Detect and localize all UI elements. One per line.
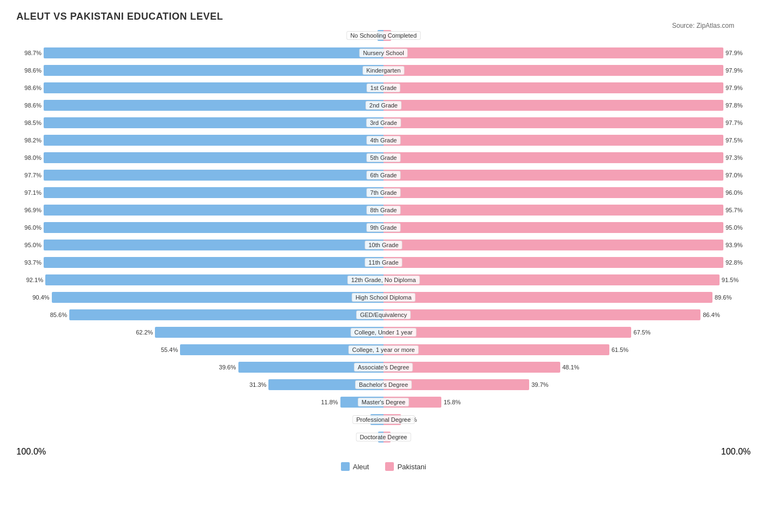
chart-row: 98.2%97.5%4th Grade bbox=[16, 133, 751, 148]
legend: Aleut Pakistani bbox=[16, 462, 751, 471]
legend-pakistani-box bbox=[385, 462, 394, 471]
legend-pakistani-label: Pakistani bbox=[397, 463, 426, 471]
blue-bar bbox=[44, 82, 384, 93]
chart-row: 92.1%91.5%12th Grade, No Diploma bbox=[16, 272, 751, 288]
chart-row: 98.0%97.3%5th Grade bbox=[16, 150, 751, 165]
pink-bar bbox=[384, 205, 723, 216]
pink-bar bbox=[384, 170, 723, 181]
pink-bar bbox=[384, 65, 723, 76]
left-value-label: 95.0% bbox=[22, 242, 41, 248]
right-value-label: 48.1% bbox=[562, 364, 582, 370]
blue-bar bbox=[44, 187, 384, 198]
pink-bar bbox=[384, 117, 723, 128]
chart-row: 55.4%61.5%College, 1 year or more bbox=[16, 342, 751, 357]
blue-bar bbox=[268, 379, 384, 390]
right-value-label: 61.5% bbox=[612, 346, 631, 353]
chart-row: 98.5%97.7%3rd Grade bbox=[16, 115, 751, 130]
chart-row: 98.6%97.9%Kindergarten bbox=[16, 63, 751, 78]
blue-bar bbox=[155, 327, 384, 338]
pink-bar bbox=[384, 414, 401, 425]
chart-row: 98.6%97.9%1st Grade bbox=[16, 80, 751, 95]
left-value-label: 11.8% bbox=[319, 399, 338, 405]
left-value-label: 62.2% bbox=[133, 329, 153, 336]
blue-bar bbox=[44, 222, 384, 233]
right-value-label: 89.6% bbox=[715, 294, 734, 301]
chart-row: 96.9%95.7%8th Grade bbox=[16, 202, 751, 218]
right-value-label: 97.5% bbox=[726, 137, 745, 144]
left-value-label: 98.5% bbox=[22, 119, 41, 126]
pink-bar bbox=[384, 100, 723, 111]
left-value-label: 96.9% bbox=[22, 207, 41, 213]
right-value-label: 2.1% bbox=[393, 32, 413, 39]
chart-row: 98.7%97.9%Nursery School bbox=[16, 45, 751, 61]
blue-bar bbox=[44, 240, 384, 250]
bottom-label-left: 100.0% bbox=[16, 447, 46, 457]
bottom-label-right: 100.0% bbox=[721, 447, 751, 457]
blue-bar bbox=[44, 117, 384, 128]
chart-row: 11.8%15.8%Master's Degree bbox=[16, 394, 751, 410]
left-value-label: 98.6% bbox=[22, 85, 41, 91]
pink-bar bbox=[384, 309, 700, 320]
right-value-label: 97.9% bbox=[726, 50, 745, 56]
blue-bar bbox=[69, 309, 384, 320]
blue-bar bbox=[44, 135, 384, 146]
chart-container: 1.6%2.1%No Schooling Completed98.7%97.9%… bbox=[16, 28, 751, 445]
blue-bar bbox=[180, 344, 384, 355]
blue-bar bbox=[52, 292, 384, 303]
left-value-label: 92.1% bbox=[23, 277, 43, 283]
pink-bar bbox=[384, 274, 720, 285]
bottom-labels: 100.0% 100.0% bbox=[16, 447, 751, 457]
pink-bar bbox=[384, 152, 723, 163]
pink-bar bbox=[384, 397, 441, 408]
right-value-label: 97.8% bbox=[726, 102, 745, 109]
right-value-label: 86.4% bbox=[703, 312, 722, 318]
chart-row: 93.7%92.8%11th Grade bbox=[16, 255, 751, 270]
right-value-label: 2.0% bbox=[393, 434, 412, 440]
blue-bar bbox=[238, 362, 384, 373]
right-value-label: 95.0% bbox=[726, 224, 745, 231]
legend-aleut: Aleut bbox=[341, 462, 369, 471]
legend-pakistani: Pakistani bbox=[385, 462, 426, 471]
pink-bar bbox=[384, 432, 391, 443]
pink-bar bbox=[384, 30, 391, 41]
left-value-label: 31.3% bbox=[247, 381, 266, 388]
chart-row: 90.4%89.6%High School Diploma bbox=[16, 290, 751, 305]
right-value-label: 39.7% bbox=[531, 381, 551, 388]
blue-bar bbox=[44, 170, 384, 181]
chart-row: 97.7%97.0%6th Grade bbox=[16, 168, 751, 183]
pink-bar bbox=[384, 362, 560, 373]
chart-row: 85.6%86.4%GED/Equivalency bbox=[16, 307, 751, 322]
chart-row: 3.6%4.8%Professional Degree bbox=[16, 412, 751, 427]
pink-bar bbox=[384, 135, 723, 146]
left-value-label: 98.6% bbox=[22, 102, 41, 109]
right-value-label: 15.8% bbox=[444, 399, 463, 405]
left-value-label: 55.4% bbox=[158, 346, 178, 353]
right-value-label: 97.9% bbox=[726, 67, 745, 74]
chart-row: 96.0%95.0%9th Grade bbox=[16, 220, 751, 235]
left-value-label: 39.6% bbox=[217, 364, 236, 370]
left-value-label: 3.6% bbox=[349, 416, 368, 423]
left-value-label: 97.1% bbox=[22, 189, 41, 196]
left-value-label: 98.0% bbox=[22, 154, 41, 161]
chart-row: 98.6%97.8%2nd Grade bbox=[16, 98, 751, 113]
blue-bar bbox=[44, 205, 384, 216]
blue-bar bbox=[44, 65, 384, 76]
left-value-label: 96.0% bbox=[22, 224, 41, 231]
blue-bar bbox=[377, 30, 384, 41]
chart-row: 31.3%39.7%Bachelor's Degree bbox=[16, 377, 751, 392]
chart-row: 95.0%93.9%10th Grade bbox=[16, 237, 751, 253]
pink-bar bbox=[384, 187, 723, 198]
left-value-label: 97.7% bbox=[22, 172, 41, 178]
blue-bar bbox=[44, 257, 384, 268]
left-value-label: 98.2% bbox=[22, 137, 41, 144]
right-value-label: 97.7% bbox=[726, 119, 745, 126]
blue-bar bbox=[340, 397, 384, 408]
pink-bar bbox=[384, 327, 631, 338]
blue-bar bbox=[370, 414, 384, 425]
legend-aleut-label: Aleut bbox=[353, 463, 369, 471]
right-value-label: 92.8% bbox=[726, 259, 745, 266]
legend-aleut-box bbox=[341, 462, 350, 471]
right-value-label: 67.5% bbox=[633, 329, 653, 336]
right-value-label: 91.5% bbox=[722, 277, 741, 283]
left-value-label: 98.6% bbox=[22, 67, 41, 74]
